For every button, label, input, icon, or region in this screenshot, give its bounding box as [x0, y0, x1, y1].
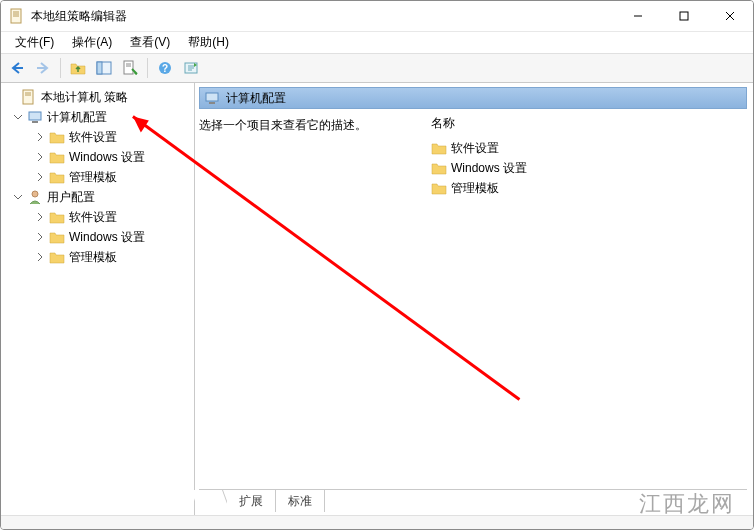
main-header: 计算机配置: [199, 87, 747, 109]
tree-label: 软件设置: [69, 129, 117, 146]
folder-icon: [49, 169, 65, 185]
close-button[interactable]: [707, 1, 753, 31]
svg-rect-9: [97, 62, 102, 74]
computer-icon: [27, 109, 43, 125]
tab-standard[interactable]: 标准: [276, 490, 325, 512]
help-button[interactable]: ?: [153, 56, 177, 80]
menubar: 文件(F) 操作(A) 查看(V) 帮助(H): [1, 31, 753, 53]
user-icon: [27, 189, 43, 205]
app-icon: [9, 8, 25, 24]
svg-rect-23: [209, 102, 215, 104]
properties-button[interactable]: [118, 56, 142, 80]
menu-help[interactable]: 帮助(H): [180, 32, 237, 53]
svg-rect-20: [32, 121, 38, 123]
menu-view[interactable]: 查看(V): [122, 32, 178, 53]
policy-icon: [21, 89, 37, 105]
forward-button[interactable]: [31, 56, 55, 80]
folder-icon: [49, 249, 65, 265]
up-button[interactable]: [66, 56, 90, 80]
tree-label: 软件设置: [69, 209, 117, 226]
tree-root[interactable]: 本地计算机 策略: [1, 87, 194, 107]
tree-computer-config[interactable]: 计算机配置: [1, 107, 194, 127]
chevron-right-icon[interactable]: [33, 230, 47, 244]
tree-item-software[interactable]: 软件设置: [1, 127, 194, 147]
tree-label: Windows 设置: [69, 149, 145, 166]
folder-icon: [431, 180, 447, 196]
toolbar: ?: [1, 53, 753, 83]
list-item[interactable]: 管理模板: [431, 178, 747, 198]
menu-action[interactable]: 操作(A): [64, 32, 120, 53]
tree-item-software[interactable]: 软件设置: [1, 207, 194, 227]
statusbar: [1, 515, 753, 529]
folder-icon: [49, 229, 65, 245]
list-item[interactable]: Windows 设置: [431, 158, 747, 178]
titlebar: 本地组策略编辑器: [1, 1, 753, 31]
tree-label: 本地计算机 策略: [41, 89, 128, 106]
maximize-button[interactable]: [661, 1, 707, 31]
back-button[interactable]: [5, 56, 29, 80]
svg-rect-5: [680, 12, 688, 20]
list-header-name: 名称: [431, 113, 747, 138]
folder-icon: [431, 160, 447, 176]
computer-icon: [204, 90, 220, 106]
minimize-button[interactable]: [615, 1, 661, 31]
list-column: 名称 软件设置 Windows 设置 管理模板: [431, 113, 747, 489]
chevron-right-icon[interactable]: [33, 250, 47, 264]
tab-extended[interactable]: 扩展: [227, 490, 276, 512]
tree-label: 管理模板: [69, 249, 117, 266]
svg-text:?: ?: [162, 63, 168, 74]
show-hide-tree-button[interactable]: [92, 56, 116, 80]
tab-strip: 扩展 标准: [199, 489, 747, 513]
list-item-label: Windows 设置: [451, 160, 527, 177]
folder-icon: [49, 149, 65, 165]
menu-file[interactable]: 文件(F): [7, 32, 62, 53]
content-area: 本地计算机 策略 计算机配置 软件设置 Windows 设置 管理模板 用户配置: [1, 83, 753, 515]
filter-button[interactable]: [179, 56, 203, 80]
tree-item-admin[interactable]: 管理模板: [1, 247, 194, 267]
folder-icon: [49, 209, 65, 225]
description-column: 选择一个项目来查看它的描述。: [199, 113, 421, 489]
tree-item-windows[interactable]: Windows 设置: [1, 147, 194, 167]
svg-rect-10: [124, 61, 133, 74]
window-title: 本地组策略编辑器: [31, 8, 615, 25]
svg-rect-19: [29, 112, 41, 120]
folder-icon: [431, 140, 447, 156]
tree-item-windows[interactable]: Windows 设置: [1, 227, 194, 247]
list-item-label: 软件设置: [451, 140, 499, 157]
tree-item-admin[interactable]: 管理模板: [1, 167, 194, 187]
chevron-down-icon[interactable]: [11, 190, 25, 204]
tree-label: 管理模板: [69, 169, 117, 186]
svg-point-21: [32, 191, 38, 197]
chevron-right-icon[interactable]: [33, 170, 47, 184]
list-item[interactable]: 软件设置: [431, 138, 747, 158]
tree-pane[interactable]: 本地计算机 策略 计算机配置 软件设置 Windows 设置 管理模板 用户配置: [1, 83, 195, 515]
tree-label: Windows 设置: [69, 229, 145, 246]
tree-label: 用户配置: [47, 189, 95, 206]
folder-icon: [49, 129, 65, 145]
tree-user-config[interactable]: 用户配置: [1, 187, 194, 207]
main-header-label: 计算机配置: [226, 90, 286, 107]
description-text: 选择一个项目来查看它的描述。: [199, 117, 421, 134]
tree-label: 计算机配置: [47, 109, 107, 126]
list-item-label: 管理模板: [451, 180, 499, 197]
chevron-right-icon[interactable]: [33, 150, 47, 164]
main-pane: 计算机配置 选择一个项目来查看它的描述。 名称 软件设置 Windows 设置 …: [195, 83, 753, 515]
svg-rect-16: [23, 90, 33, 104]
chevron-right-icon[interactable]: [33, 130, 47, 144]
chevron-right-icon[interactable]: [33, 210, 47, 224]
svg-rect-22: [206, 93, 218, 101]
chevron-down-icon[interactable]: [11, 110, 25, 124]
